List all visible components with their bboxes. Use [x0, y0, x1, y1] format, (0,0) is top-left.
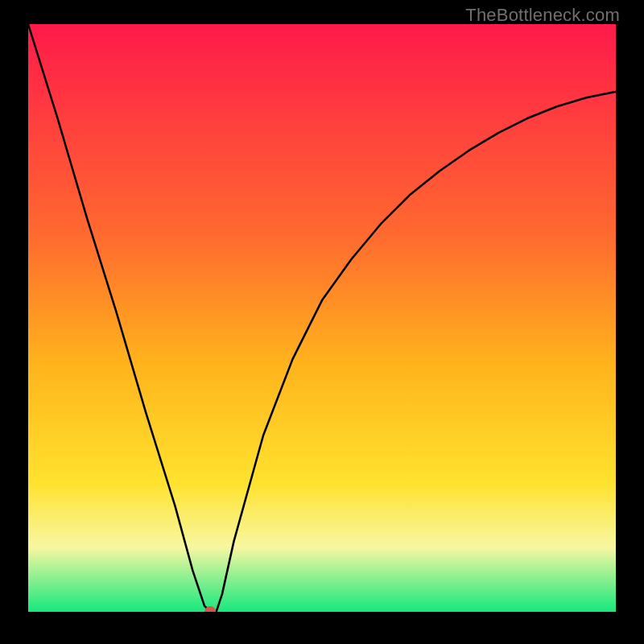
- watermark-text: TheBottleneck.com: [465, 5, 620, 26]
- optimum-marker: [204, 606, 216, 612]
- chart-frame: TheBottleneck.com: [0, 0, 644, 644]
- plot-area: [28, 24, 616, 612]
- bottleneck-curve: [28, 24, 616, 612]
